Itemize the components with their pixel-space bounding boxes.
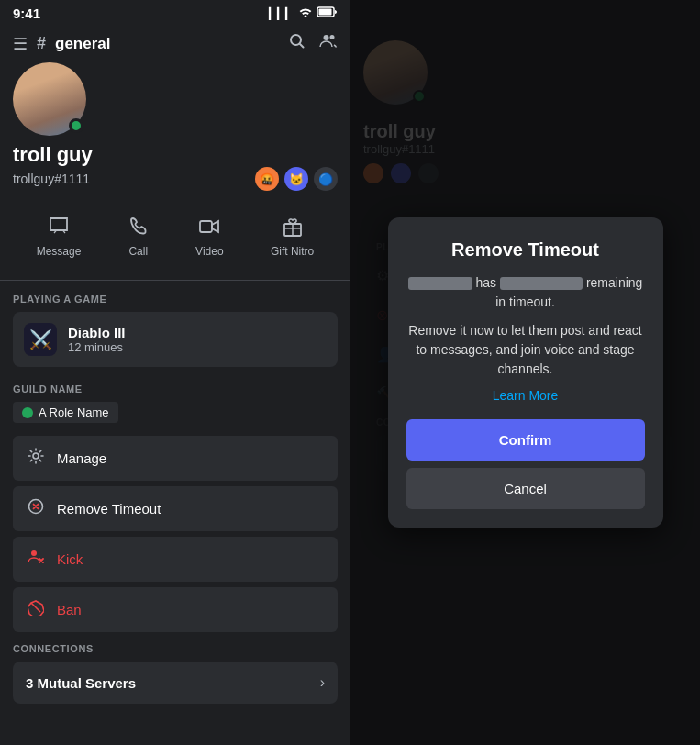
game-time: 12 minues	[68, 340, 126, 354]
svg-point-7	[33, 453, 39, 459]
message-label: Message	[37, 245, 82, 258]
user-tag-row: trollguy#1111 🤬 🐱 🔵	[13, 167, 338, 191]
status-icons: ▎▎▎	[269, 6, 338, 20]
confirm-button[interactable]: Confirm	[406, 419, 645, 461]
svg-point-4	[330, 35, 335, 39]
chevron-right-icon: ›	[320, 674, 325, 691]
kick-icon	[26, 549, 46, 570]
call-button[interactable]: Call	[114, 209, 163, 265]
video-button[interactable]: Video	[181, 209, 238, 265]
cancel-button[interactable]: Cancel	[406, 468, 645, 509]
ban-icon	[26, 599, 46, 620]
svg-point-3	[324, 35, 329, 40]
kick-item[interactable]: Kick	[13, 537, 338, 582]
top-nav: ☰ # general	[0, 25, 350, 62]
manage-icon	[26, 448, 46, 469]
ban-item[interactable]: Ban	[13, 587, 338, 632]
game-card: ⚔️ Diablo III 12 minues	[13, 312, 338, 367]
online-indicator	[69, 118, 83, 133]
guild-label: GUILD NAME	[13, 384, 338, 395]
menu-section: Manage Remove Timeout Kick Ban	[0, 436, 350, 636]
remove-timeout-modal: Remove Timeout has remaining in timeout.…	[388, 217, 663, 528]
role-name: A Role Name	[39, 406, 109, 419]
modal-has-text: has	[476, 275, 500, 290]
status-bar: 9:41 ▎▎▎	[0, 0, 350, 25]
game-icon: ⚔️	[24, 323, 57, 356]
playing-label: PLAYING A GAME	[13, 294, 338, 305]
remove-timeout-item[interactable]: Remove Timeout	[13, 486, 338, 531]
gift-icon	[283, 217, 303, 241]
search-icon[interactable]	[288, 32, 306, 55]
user-tag: trollguy#1111	[13, 172, 90, 186]
redacted-username	[408, 277, 472, 290]
svg-rect-5	[200, 221, 212, 232]
modal-title: Remove Timeout	[406, 239, 645, 261]
connections-label: CONNECTIONS	[13, 643, 338, 654]
game-info: Diablo III 12 minues	[68, 325, 126, 354]
redacted-time	[500, 277, 583, 290]
role-badge: A Role Name	[13, 402, 118, 423]
channel-name: general	[55, 35, 279, 53]
video-icon	[199, 217, 219, 241]
mutual-servers-label: 3 Mutual Servers	[26, 675, 136, 691]
wifi-icon	[298, 6, 313, 20]
remove-timeout-label: Remove Timeout	[57, 501, 161, 517]
action-buttons: Message Call Video Gift Nitro	[0, 200, 350, 278]
badge-hypesquad: 🐱	[284, 167, 308, 191]
menu-list: Manage Remove Timeout Kick Ban	[13, 436, 338, 636]
video-label: Video	[195, 245, 223, 258]
status-time: 9:41	[13, 6, 40, 21]
left-panel: 9:41 ▎▎▎ ☰ # general t	[0, 0, 350, 745]
remove-timeout-icon	[26, 498, 46, 519]
manage-item[interactable]: Manage	[13, 436, 338, 481]
divider-1	[0, 280, 350, 281]
modal-body-line2: Remove it now to let them post and react…	[406, 321, 645, 379]
game-name: Diablo III	[68, 325, 126, 340]
signal-icon: ▎▎▎	[269, 7, 294, 20]
svg-point-9	[31, 550, 37, 556]
ban-label: Ban	[57, 602, 82, 617]
guild-section: GUILD NAME A Role Name	[0, 380, 350, 436]
message-button[interactable]: Message	[22, 209, 96, 265]
badge-nitro: 🤬	[255, 167, 279, 191]
battery-icon	[317, 6, 338, 20]
role-dot	[22, 407, 33, 418]
manage-label: Manage	[57, 450, 106, 466]
profile-section: troll guy trollguy#1111 🤬 🐱 🔵	[0, 62, 350, 200]
gift-nitro-button[interactable]: Gift Nitro	[256, 209, 328, 265]
hamburger-icon[interactable]: ☰	[13, 34, 28, 54]
message-icon	[49, 217, 69, 241]
right-panel: troll guy trollguy#1111 PL ⚙ Manage ⊗ Re…	[350, 0, 700, 745]
learn-more-link[interactable]: Learn More	[406, 388, 645, 403]
kick-label: Kick	[57, 551, 83, 567]
members-icon[interactable]	[319, 32, 338, 55]
hash-icon: #	[37, 34, 46, 53]
mutual-servers-item[interactable]: 3 Mutual Servers ›	[13, 662, 338, 704]
username: troll guy	[13, 143, 338, 167]
badge-other: 🔵	[314, 167, 338, 191]
playing-section: PLAYING A GAME ⚔️ Diablo III 12 minues	[0, 290, 350, 380]
avatar-container	[13, 62, 86, 136]
nav-icons	[288, 32, 338, 55]
svg-rect-1	[319, 9, 332, 16]
profile-badges: 🤬 🐱 🔵	[255, 167, 338, 191]
modal-body-line1: has remaining in timeout.	[406, 273, 645, 312]
modal-overlay: Remove Timeout has remaining in timeout.…	[350, 0, 700, 745]
call-label: Call	[128, 245, 148, 258]
gift-nitro-label: Gift Nitro	[271, 245, 314, 258]
call-icon	[128, 217, 149, 241]
connections-section: CONNECTIONS 3 Mutual Servers ›	[0, 639, 350, 704]
